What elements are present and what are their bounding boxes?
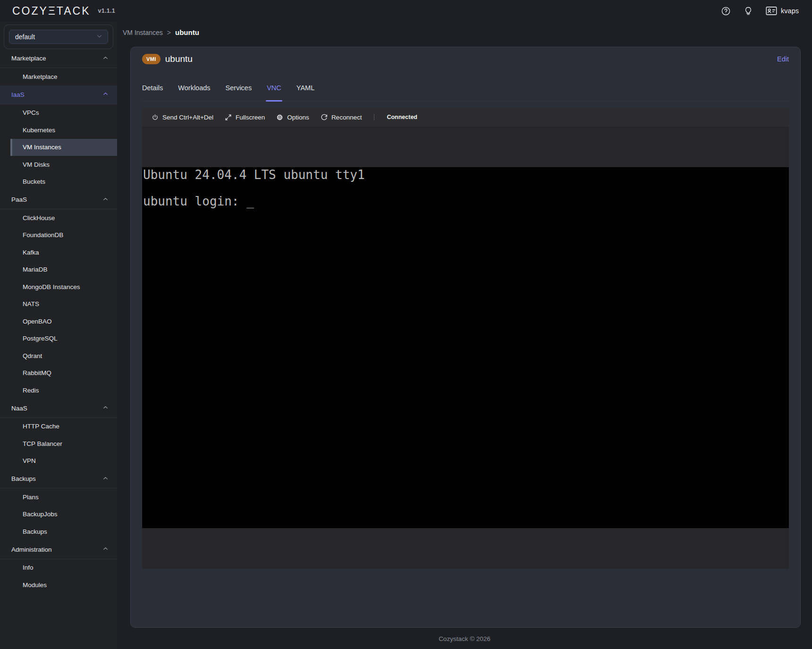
sidebar-item-openbao[interactable]: OpenBAO (0, 313, 117, 330)
sidebar-item-redis[interactable]: Redis (0, 382, 117, 399)
sidebar-item-http-cache[interactable]: HTTP Cache (0, 418, 117, 436)
topbar-actions: kvaps (721, 6, 799, 16)
sidebar-item-clickhouse[interactable]: ClickHouse (0, 209, 117, 227)
section-label: IaaS (11, 91, 102, 98)
help-icon[interactable] (721, 6, 731, 16)
page-title: ubuntu (165, 54, 193, 64)
tab-services[interactable]: Services (226, 84, 252, 101)
sidebar-item-backups[interactable]: Backups (0, 523, 117, 540)
options-label: Options (287, 114, 309, 121)
section-label: Marketplace (11, 55, 102, 62)
sidebar-item-postgresql[interactable]: PostgreSQL (0, 330, 117, 348)
sidebar-item-vpcs[interactable]: VPCs (0, 104, 117, 122)
item-label: Qdrant (23, 352, 42, 359)
sidebar-item-kafka[interactable]: Kafka (0, 244, 117, 261)
sidebar-section-header-naas[interactable]: NaaS (0, 399, 117, 418)
sidebar-item-nats[interactable]: NATS (0, 296, 117, 313)
sidebar-item-kubernetes[interactable]: Kubernetes (0, 121, 117, 139)
vm-detail-card: VMI ubuntu Edit Details Workloads Servic… (130, 47, 801, 628)
breadcrumb-vm-instances[interactable]: VM Instances (123, 29, 163, 36)
card-header: VMI ubuntu Edit (142, 47, 789, 64)
project-select[interactable]: default (9, 30, 108, 44)
section-label: Administration (11, 546, 102, 553)
tab-yaml[interactable]: YAML (296, 84, 314, 101)
tab-vnc[interactable]: VNC (267, 84, 281, 101)
sidebar-item-qdrant[interactable]: Qdrant (0, 347, 117, 365)
vnc-status: Connected (374, 114, 417, 120)
sidebar-item-info[interactable]: Info (0, 559, 117, 577)
item-label: Modules (23, 581, 47, 589)
item-label: VPCs (23, 109, 39, 116)
tab-bar: Details Workloads Services VNC YAML (142, 84, 789, 101)
sidebar-nav: Marketplace Marketplace IaaS VPCs Kubern… (0, 49, 117, 594)
sidebar-item-tcp-balancer[interactable]: TCP Balancer (0, 435, 117, 453)
sidebar-section-header-iaas[interactable]: IaaS (0, 85, 117, 104)
sidebar-item-mongodb-instances[interactable]: MongoDB Instances (0, 278, 117, 296)
lightbulb-icon[interactable] (744, 6, 753, 16)
item-label: RabbitMQ (23, 369, 51, 376)
sidebar-item-vm-instances[interactable]: VM Instances (10, 139, 117, 156)
send-ctrl-alt-del-button[interactable]: Send Ctrl+Alt+Del (152, 114, 213, 121)
refresh-icon (321, 114, 328, 121)
sidebar-section-iaas: IaaS VPCs Kubernetes VM Instances VM Dis… (0, 85, 117, 191)
reconnect-button[interactable]: Reconnect (321, 114, 362, 121)
sidebar-item-backupjobs[interactable]: BackupJobs (0, 506, 117, 523)
sidebar-section-backups: Backups Plans BackupJobs Backups (0, 470, 117, 540)
tab-workloads[interactable]: Workloads (178, 84, 210, 101)
item-label: Kubernetes (23, 127, 55, 134)
project-panel: default (4, 25, 113, 49)
chevron-up-icon (102, 90, 109, 99)
vnc-viewport: Ubuntu 24.04.4 LTS ubuntu tty1 ubuntu lo… (142, 127, 789, 569)
main-content: VM Instances > ubuntu VMI ubuntu Edit De… (117, 22, 812, 649)
sidebar-item-modules[interactable]: Modules (0, 576, 117, 594)
chevron-up-icon (102, 404, 109, 412)
item-label: MariaDB (23, 266, 48, 273)
sidebar-item-vpn[interactable]: VPN (0, 453, 117, 470)
sidebar: default Marketplace Marketplace (0, 22, 117, 649)
sidebar-section-administration: Administration Info Modules (0, 540, 117, 594)
chevron-up-icon (102, 54, 109, 63)
item-label: Plans (23, 494, 39, 501)
sidebar-item-marketplace[interactable]: Marketplace (0, 68, 117, 85)
sidebar-item-plans[interactable]: Plans (0, 488, 117, 506)
app-root: COZYΞTACK v1.1.1 (0, 0, 812, 649)
sidebar-item-rabbitmq[interactable]: RabbitMQ (0, 365, 117, 382)
sidebar-item-buckets[interactable]: Buckets (0, 173, 117, 191)
fullscreen-icon (225, 114, 232, 121)
item-label: ClickHouse (23, 214, 55, 222)
sidebar-section-marketplace: Marketplace Marketplace (0, 49, 117, 85)
app-version: v1.1.1 (98, 8, 115, 14)
sidebar-item-vm-disks[interactable]: VM Disks (0, 156, 117, 173)
item-label: PostgreSQL (23, 335, 58, 342)
item-label: VM Instances (23, 144, 61, 151)
sidebar-item-mariadb[interactable]: MariaDB (0, 261, 117, 279)
item-label: Buckets (23, 178, 45, 185)
section-label: PaaS (11, 196, 102, 203)
item-label: Kafka (23, 249, 39, 256)
vnc-canvas[interactable]: Ubuntu 24.04.4 LTS ubuntu tty1 ubuntu lo… (142, 167, 789, 528)
fullscreen-button[interactable]: Fullscreen (225, 114, 265, 121)
user-menu[interactable]: kvaps (766, 6, 799, 16)
section-label: NaaS (11, 405, 102, 412)
app-logo[interactable]: COZYΞTACK (12, 5, 90, 17)
sidebar-section-paas: PaaS ClickHouse FoundationDB Kafka Maria… (0, 190, 117, 399)
sidebar-item-foundationdb[interactable]: FoundationDB (0, 227, 117, 244)
item-label: FoundationDB (23, 231, 63, 239)
item-label: OpenBAO (23, 318, 52, 325)
sidebar-section-header-marketplace[interactable]: Marketplace (0, 49, 117, 68)
options-button[interactable]: Options (276, 114, 309, 121)
sidebar-section-header-paas[interactable]: PaaS (0, 190, 117, 209)
sidebar-section-header-backups[interactable]: Backups (0, 470, 117, 488)
terminal-line (143, 181, 789, 195)
edit-button[interactable]: Edit (777, 55, 789, 63)
breadcrumb-current: ubuntu (175, 28, 199, 36)
project-select-value: default (15, 33, 96, 41)
sidebar-section-naas: NaaS HTTP Cache TCP Balancer VPN (0, 399, 117, 470)
username-label: kvaps (781, 7, 799, 15)
sidebar-section-header-administration[interactable]: Administration (0, 540, 117, 559)
item-label: TCP Balancer (23, 440, 62, 447)
topbar: COZYΞTACK v1.1.1 (0, 0, 812, 22)
chevron-up-icon (102, 545, 109, 554)
tab-details[interactable]: Details (142, 84, 163, 101)
breadcrumb: VM Instances > ubuntu (117, 22, 812, 36)
